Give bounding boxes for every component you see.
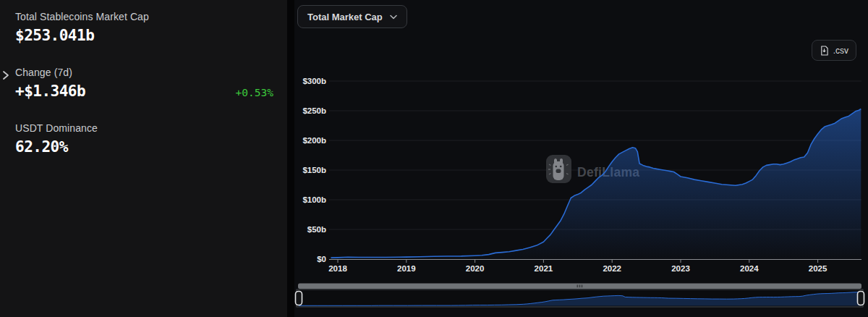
x-axis-tick-label: 2020 bbox=[466, 264, 485, 273]
x-axis-tick-label: 2018 bbox=[328, 264, 347, 273]
y-axis-tick-label: $150b bbox=[302, 166, 326, 174]
stats-panel: Total Stablecoins Market Cap $253.041b C… bbox=[0, 0, 287, 317]
change-7d-label: Change (7d) bbox=[15, 67, 273, 78]
y-axis-tick-label: $0 bbox=[317, 255, 326, 263]
x-axis-tick-label: 2019 bbox=[397, 264, 416, 273]
total-market-cap-label: Total Stablecoins Market Cap bbox=[15, 11, 273, 22]
chevron-right-icon[interactable] bbox=[2, 69, 12, 81]
change-7d-value: +$1.346b bbox=[15, 83, 85, 100]
x-axis-tick-label: 2024 bbox=[740, 264, 759, 273]
usdt-dominance-label: USDT Dominance bbox=[15, 122, 273, 134]
scrollbar-grip-icon bbox=[577, 285, 583, 288]
change-7d-row: +$1.346b +0.53% bbox=[15, 78, 273, 100]
stablecoins-area-chart[interactable]: DefiLlama $0$50b$100b$150b$200b$250b$300… bbox=[294, 0, 868, 317]
y-axis-tick-label: $100b bbox=[302, 195, 326, 204]
chart-series bbox=[331, 109, 861, 260]
stat-total-market-cap: Total Stablecoins Market Cap $253.041b bbox=[15, 11, 273, 44]
usdt-dominance-value: 62.20% bbox=[15, 138, 273, 156]
y-axis-tick-label: $250b bbox=[302, 106, 326, 115]
range-brush bbox=[296, 284, 864, 308]
stablecoins-dashboard: Total Stablecoins Market Cap $253.041b C… bbox=[0, 0, 868, 317]
total-market-cap-value: $253.041b bbox=[15, 27, 273, 44]
brush-handle-right[interactable] bbox=[858, 292, 864, 305]
y-axis-tick-label: $50b bbox=[307, 225, 326, 234]
chart-panel: Total Market Cap .csv bbox=[294, 0, 868, 317]
y-axis-tick-label: $300b bbox=[302, 77, 326, 85]
x-axis-tick-label: 2025 bbox=[809, 264, 827, 273]
stat-change-7d: Change (7d) +$1.346b +0.53% bbox=[15, 67, 273, 100]
x-axis-tick-label: 2023 bbox=[671, 264, 690, 273]
x-axis-tick-label: 2022 bbox=[603, 264, 621, 273]
defillama-logo-icon bbox=[546, 155, 571, 183]
y-axis-tick-label: $200b bbox=[302, 136, 326, 145]
change-7d-percent: +0.53% bbox=[236, 87, 273, 98]
stat-usdt-dominance: USDT Dominance 62.20% bbox=[15, 122, 273, 156]
x-axis-tick-label: 2021 bbox=[535, 264, 553, 273]
brush-handle-left[interactable] bbox=[296, 292, 302, 305]
